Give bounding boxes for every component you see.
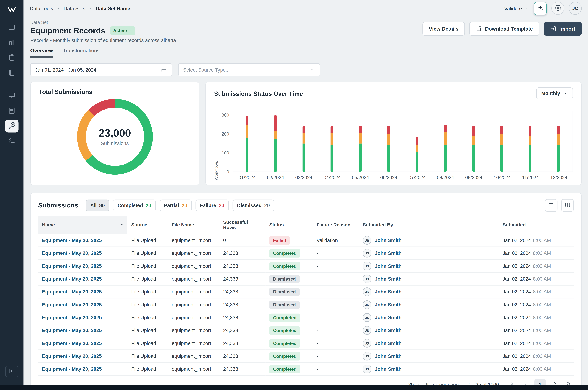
collapse-left-icon bbox=[8, 368, 15, 376]
column-header-source[interactable]: Source bbox=[127, 216, 168, 234]
column-header-file_name[interactable]: File Name bbox=[168, 216, 219, 234]
x-tick-label: 08/2024 bbox=[431, 175, 460, 180]
sidebar-item-layout[interactable] bbox=[5, 21, 19, 34]
failure-reason-cell: - bbox=[313, 337, 359, 350]
column-view-button[interactable] bbox=[561, 199, 574, 212]
layout-icon bbox=[8, 23, 15, 32]
submitted-cell: Jan 02, 20248:00 AM bbox=[499, 259, 574, 272]
breadcrumb-item[interactable]: Data Set Name bbox=[96, 5, 130, 11]
sidebar-item-checklist[interactable] bbox=[5, 135, 19, 148]
submission-name-link[interactable]: Equipment - May 20, 2025 bbox=[42, 328, 102, 333]
submitted-time: 8:00 AM bbox=[533, 315, 551, 320]
chip-count: 80 bbox=[99, 203, 105, 208]
source-cell: File Upload bbox=[127, 350, 168, 363]
submission-name-link[interactable]: Equipment - May 20, 2025 bbox=[42, 289, 102, 295]
column-header-submitted_by[interactable]: Submitted By bbox=[359, 216, 499, 234]
tab-transformations[interactable]: Transformations bbox=[63, 48, 99, 58]
filter-chip-all[interactable]: All80 bbox=[86, 199, 109, 211]
column-header-status[interactable]: Status bbox=[266, 216, 313, 234]
sort-icon[interactable] bbox=[118, 222, 124, 228]
submitted-by-link[interactable]: John Smith bbox=[375, 289, 402, 295]
sidebar-collapse-button[interactable] bbox=[5, 366, 18, 377]
sidebar-item-buildings[interactable] bbox=[5, 36, 19, 49]
submitted-by-link[interactable]: John Smith bbox=[375, 341, 402, 346]
submission-name-link[interactable]: Equipment - May 20, 2025 bbox=[42, 237, 102, 243]
user-avatar[interactable]: JC bbox=[569, 2, 582, 15]
sidebar-item-ledger[interactable] bbox=[5, 67, 19, 80]
submission-name-link[interactable]: Equipment - May 20, 2025 bbox=[42, 366, 102, 372]
table-row: Equipment - May 20, 2025File Uploadequip… bbox=[38, 337, 574, 350]
sidebar-item-clipboard[interactable] bbox=[5, 51, 19, 64]
column-header-successful_rows[interactable]: Successful Rows bbox=[219, 216, 265, 234]
submission-name-link[interactable]: Equipment - May 20, 2025 bbox=[42, 302, 102, 307]
breadcrumb-item[interactable]: Data Tools bbox=[30, 5, 53, 11]
page-header: Data Set Equipment Records Active Record… bbox=[30, 20, 582, 43]
submitted-by-link[interactable]: John Smith bbox=[375, 276, 402, 282]
import-button[interactable]: Import bbox=[544, 22, 582, 36]
failure-reason-cell: - bbox=[313, 350, 359, 363]
sidebar-item-article[interactable] bbox=[5, 104, 19, 117]
filter-chip-partial[interactable]: Partial20 bbox=[159, 199, 192, 211]
source-cell: File Upload bbox=[127, 298, 168, 311]
submission-name-link[interactable]: Equipment - May 20, 2025 bbox=[42, 353, 102, 359]
column-header-name[interactable]: Name bbox=[38, 216, 127, 234]
donut-card-title: Total Submissions bbox=[39, 89, 191, 96]
status-badge: Completed bbox=[269, 313, 300, 322]
interval-select[interactable]: Monthly bbox=[536, 88, 573, 99]
sidebar-item-wrench[interactable] bbox=[5, 120, 19, 133]
failure-reason-cell: - bbox=[313, 363, 359, 375]
submitted-by-link[interactable]: John Smith bbox=[375, 315, 402, 320]
column-header-submitted[interactable]: Submitted bbox=[499, 216, 574, 234]
submitted-by-link[interactable]: John Smith bbox=[375, 237, 402, 243]
list-view-button[interactable] bbox=[545, 199, 557, 212]
status-badge-dropdown[interactable]: Active bbox=[110, 27, 136, 35]
chip-count: 20 bbox=[146, 203, 151, 208]
submission-name-link[interactable]: Equipment - May 20, 2025 bbox=[42, 341, 102, 346]
submitted-by-link[interactable]: John Smith bbox=[375, 366, 402, 372]
x-tick-label: 09/2024 bbox=[460, 175, 488, 180]
ai-assistant-button[interactable] bbox=[534, 2, 547, 15]
submitted-date: Jan 02, 2024 bbox=[503, 302, 531, 307]
column-header-failure_reason[interactable]: Failure Reason bbox=[313, 216, 359, 234]
view-details-button[interactable]: View Details bbox=[422, 22, 465, 36]
stacked-bar-08/2024 bbox=[444, 125, 447, 172]
page-eyebrow: Data Set bbox=[30, 20, 176, 25]
x-tick-label: 07/2024 bbox=[403, 175, 431, 180]
submitted-date: Jan 02, 2024 bbox=[503, 366, 531, 372]
org-switcher[interactable]: Validere bbox=[504, 5, 529, 11]
submission-name-link[interactable]: Equipment - May 20, 2025 bbox=[42, 250, 102, 256]
submitter-avatar: JS bbox=[363, 313, 371, 322]
status-badge: Dismissed bbox=[269, 300, 300, 309]
submitted-by-link[interactable]: John Smith bbox=[375, 250, 402, 256]
submission-name-link[interactable]: Equipment - May 20, 2025 bbox=[42, 263, 102, 269]
source-type-select[interactable]: Select Source Type... bbox=[178, 63, 320, 76]
submission-name-link[interactable]: Equipment - May 20, 2025 bbox=[42, 315, 102, 320]
sidebar-item-presentation[interactable] bbox=[5, 89, 19, 102]
stacked-bar-10/2024 bbox=[501, 126, 503, 172]
chip-count: 20 bbox=[219, 203, 224, 208]
filter-chip-dismissed[interactable]: Dismissed20 bbox=[233, 199, 274, 211]
submitted-by-link[interactable]: John Smith bbox=[375, 328, 402, 333]
download-template-button[interactable]: Download Template bbox=[470, 22, 539, 36]
table-row: Equipment - May 20, 2025File Uploadequip… bbox=[38, 363, 574, 375]
settings-button[interactable] bbox=[551, 2, 564, 15]
submitted-cell: Jan 02, 20248:00 AM bbox=[499, 285, 574, 298]
tab-overview[interactable]: Overview bbox=[30, 48, 53, 58]
date-range-input[interactable]: Jan 01, 2024 - Jan 05, 2024 bbox=[30, 63, 172, 76]
wrench-icon bbox=[8, 122, 15, 131]
filter-chip-failure[interactable]: Failure20 bbox=[196, 199, 229, 211]
submitter-avatar: JS bbox=[363, 262, 371, 270]
y-axis-label: Workflows bbox=[214, 100, 219, 180]
submitted-by-link[interactable]: John Smith bbox=[375, 302, 402, 307]
submitter-avatar: JS bbox=[363, 365, 371, 373]
submitted-by-link[interactable]: John Smith bbox=[375, 263, 402, 269]
date-range-value: Jan 01, 2024 - Jan 05, 2024 bbox=[35, 67, 96, 73]
breadcrumb-item[interactable]: Data Sets bbox=[64, 5, 85, 11]
submitter-avatar: JS bbox=[363, 275, 371, 283]
main-area: Data ToolsData SetsData Set Name Valider… bbox=[23, 0, 588, 390]
submitted-by-link[interactable]: John Smith bbox=[375, 353, 402, 359]
filter-chip-completed[interactable]: Completed20 bbox=[113, 199, 156, 211]
submission-name-link[interactable]: Equipment - May 20, 2025 bbox=[42, 276, 102, 282]
status-badge: Dismissed bbox=[269, 288, 300, 296]
stacked-bar-06/2024 bbox=[387, 126, 390, 172]
